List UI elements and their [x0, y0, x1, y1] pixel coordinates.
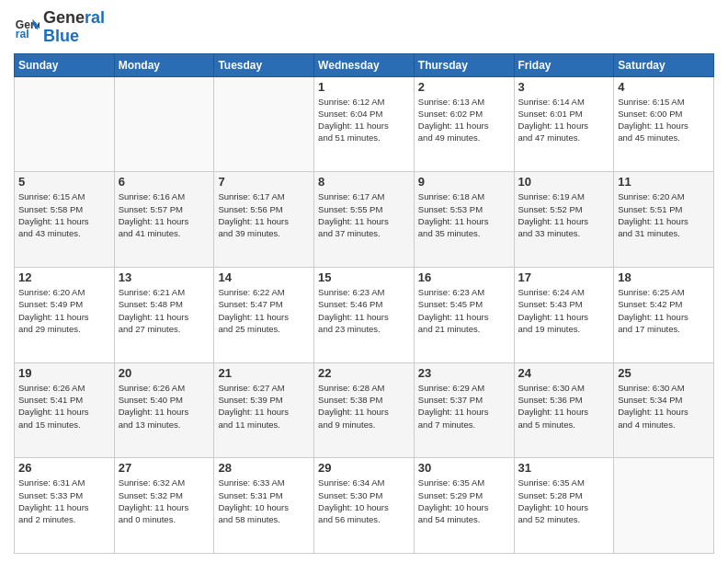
day-info: Sunrise: 6:16 AM Sunset: 5:57 PM Dayligh… [119, 190, 210, 239]
calendar-cell: 28Sunrise: 6:33 AM Sunset: 5:31 PM Dayli… [214, 458, 314, 554]
calendar-cell: 1Sunrise: 6:12 AM Sunset: 6:04 PM Daylig… [314, 76, 415, 172]
calendar-cell: 6Sunrise: 6:16 AM Sunset: 5:57 PM Daylig… [114, 172, 214, 268]
calendar-cell: 19Sunrise: 6:26 AM Sunset: 5:41 PM Dayli… [15, 362, 115, 458]
calendar-cell: 13Sunrise: 6:21 AM Sunset: 5:48 PM Dayli… [114, 267, 214, 362]
day-number: 20 [119, 366, 210, 380]
day-number: 16 [418, 270, 510, 284]
day-info: Sunrise: 6:23 AM Sunset: 5:46 PM Dayligh… [318, 286, 410, 335]
calendar-cell: 5Sunrise: 6:15 AM Sunset: 5:58 PM Daylig… [15, 172, 115, 268]
logo-icon: Gene ral [14, 15, 40, 40]
day-info: Sunrise: 6:19 AM Sunset: 5:52 PM Dayligh… [518, 190, 610, 239]
day-number: 17 [518, 270, 610, 284]
day-number: 12 [18, 270, 110, 284]
day-number: 4 [618, 80, 710, 94]
day-info: Sunrise: 6:22 AM Sunset: 5:47 PM Dayligh… [218, 286, 310, 335]
day-number: 9 [418, 175, 510, 189]
day-info: Sunrise: 6:14 AM Sunset: 6:01 PM Dayligh… [518, 96, 610, 144]
calendar-cell: 26Sunrise: 6:31 AM Sunset: 5:33 PM Dayli… [15, 458, 115, 554]
day-number: 11 [618, 175, 710, 189]
day-info: Sunrise: 6:35 AM Sunset: 5:28 PM Dayligh… [518, 477, 610, 525]
calendar-cell [114, 76, 214, 172]
day-number: 28 [218, 461, 310, 475]
day-number: 1 [318, 80, 410, 94]
day-info: Sunrise: 6:20 AM Sunset: 5:49 PM Dayligh… [18, 286, 110, 335]
page: Gene ral GeneralBlue Sunday Monday Tuesd… [0, 0, 728, 563]
day-number: 26 [18, 461, 110, 475]
day-info: Sunrise: 6:28 AM Sunset: 5:38 PM Dayligh… [318, 382, 410, 431]
day-info: Sunrise: 6:30 AM Sunset: 5:36 PM Dayligh… [518, 382, 610, 431]
logo-text: GeneralBlue [43, 9, 105, 46]
day-info: Sunrise: 6:17 AM Sunset: 5:56 PM Dayligh… [218, 190, 310, 239]
day-number: 6 [119, 175, 210, 189]
day-number: 23 [418, 366, 510, 380]
day-number: 21 [218, 366, 310, 380]
day-info: Sunrise: 6:18 AM Sunset: 5:53 PM Dayligh… [418, 190, 510, 239]
calendar-cell: 24Sunrise: 6:30 AM Sunset: 5:36 PM Dayli… [514, 362, 614, 458]
day-number: 3 [518, 80, 610, 94]
day-number: 13 [119, 270, 210, 284]
header: Gene ral GeneralBlue [14, 9, 714, 46]
day-number: 8 [318, 175, 410, 189]
calendar-row: 19Sunrise: 6:26 AM Sunset: 5:41 PM Dayli… [15, 362, 714, 458]
calendar-cell [214, 76, 314, 172]
day-info: Sunrise: 6:21 AM Sunset: 5:48 PM Dayligh… [119, 286, 210, 335]
day-info: Sunrise: 6:12 AM Sunset: 6:04 PM Dayligh… [318, 96, 410, 144]
calendar-cell: 7Sunrise: 6:17 AM Sunset: 5:56 PM Daylig… [214, 172, 314, 268]
day-info: Sunrise: 6:13 AM Sunset: 6:02 PM Dayligh… [418, 96, 510, 144]
calendar-cell: 20Sunrise: 6:26 AM Sunset: 5:40 PM Dayli… [114, 362, 214, 458]
calendar-cell: 16Sunrise: 6:23 AM Sunset: 5:45 PM Dayli… [414, 267, 514, 362]
calendar-cell [15, 76, 115, 172]
day-number: 15 [318, 270, 410, 284]
day-number: 25 [618, 366, 710, 380]
header-row: Sunday Monday Tuesday Wednesday Thursday… [15, 53, 714, 76]
day-number: 27 [119, 461, 210, 475]
calendar-row: 26Sunrise: 6:31 AM Sunset: 5:33 PM Dayli… [15, 458, 714, 554]
calendar-cell: 14Sunrise: 6:22 AM Sunset: 5:47 PM Dayli… [214, 267, 314, 362]
day-info: Sunrise: 6:29 AM Sunset: 5:37 PM Dayligh… [418, 382, 510, 431]
day-info: Sunrise: 6:31 AM Sunset: 5:33 PM Dayligh… [18, 477, 110, 525]
day-info: Sunrise: 6:26 AM Sunset: 5:41 PM Dayligh… [18, 382, 110, 431]
svg-text:ral: ral [16, 28, 29, 40]
day-info: Sunrise: 6:15 AM Sunset: 6:00 PM Dayligh… [618, 96, 710, 144]
col-wednesday: Wednesday [314, 53, 415, 76]
day-number: 29 [318, 461, 410, 475]
calendar-cell: 15Sunrise: 6:23 AM Sunset: 5:46 PM Dayli… [314, 267, 415, 362]
calendar-cell: 8Sunrise: 6:17 AM Sunset: 5:55 PM Daylig… [314, 172, 415, 268]
calendar-cell: 23Sunrise: 6:29 AM Sunset: 5:37 PM Dayli… [414, 362, 514, 458]
day-info: Sunrise: 6:32 AM Sunset: 5:32 PM Dayligh… [119, 477, 210, 525]
col-friday: Friday [514, 53, 614, 76]
day-info: Sunrise: 6:27 AM Sunset: 5:39 PM Dayligh… [218, 382, 310, 431]
day-number: 5 [18, 175, 110, 189]
day-number: 30 [418, 461, 510, 475]
calendar-row: 12Sunrise: 6:20 AM Sunset: 5:49 PM Dayli… [15, 267, 714, 362]
calendar-cell: 17Sunrise: 6:24 AM Sunset: 5:43 PM Dayli… [514, 267, 614, 362]
day-info: Sunrise: 6:17 AM Sunset: 5:55 PM Dayligh… [318, 190, 410, 239]
calendar-row: 1Sunrise: 6:12 AM Sunset: 6:04 PM Daylig… [15, 76, 714, 172]
calendar-row: 5Sunrise: 6:15 AM Sunset: 5:58 PM Daylig… [15, 172, 714, 268]
logo: Gene ral GeneralBlue [14, 9, 105, 46]
calendar-cell: 21Sunrise: 6:27 AM Sunset: 5:39 PM Dayli… [214, 362, 314, 458]
calendar-table: Sunday Monday Tuesday Wednesday Thursday… [14, 53, 714, 554]
day-number: 19 [18, 366, 110, 380]
day-info: Sunrise: 6:35 AM Sunset: 5:29 PM Dayligh… [418, 477, 510, 525]
day-info: Sunrise: 6:33 AM Sunset: 5:31 PM Dayligh… [218, 477, 310, 525]
calendar-cell: 30Sunrise: 6:35 AM Sunset: 5:29 PM Dayli… [414, 458, 514, 554]
day-number: 22 [318, 366, 410, 380]
day-info: Sunrise: 6:30 AM Sunset: 5:34 PM Dayligh… [618, 382, 710, 431]
calendar-cell: 11Sunrise: 6:20 AM Sunset: 5:51 PM Dayli… [614, 172, 714, 268]
calendar-cell: 2Sunrise: 6:13 AM Sunset: 6:02 PM Daylig… [414, 76, 514, 172]
day-info: Sunrise: 6:34 AM Sunset: 5:30 PM Dayligh… [318, 477, 410, 525]
day-info: Sunrise: 6:15 AM Sunset: 5:58 PM Dayligh… [18, 190, 110, 239]
day-number: 7 [218, 175, 310, 189]
calendar-cell: 18Sunrise: 6:25 AM Sunset: 5:42 PM Dayli… [614, 267, 714, 362]
calendar-cell: 27Sunrise: 6:32 AM Sunset: 5:32 PM Dayli… [114, 458, 214, 554]
calendar-cell: 3Sunrise: 6:14 AM Sunset: 6:01 PM Daylig… [514, 76, 614, 172]
calendar-cell: 4Sunrise: 6:15 AM Sunset: 6:00 PM Daylig… [614, 76, 714, 172]
day-number: 18 [618, 270, 710, 284]
calendar-cell: 22Sunrise: 6:28 AM Sunset: 5:38 PM Dayli… [314, 362, 415, 458]
col-sunday: Sunday [15, 53, 115, 76]
calendar-cell: 29Sunrise: 6:34 AM Sunset: 5:30 PM Dayli… [314, 458, 415, 554]
calendar-cell: 12Sunrise: 6:20 AM Sunset: 5:49 PM Dayli… [15, 267, 115, 362]
day-number: 24 [518, 366, 610, 380]
col-saturday: Saturday [614, 53, 714, 76]
